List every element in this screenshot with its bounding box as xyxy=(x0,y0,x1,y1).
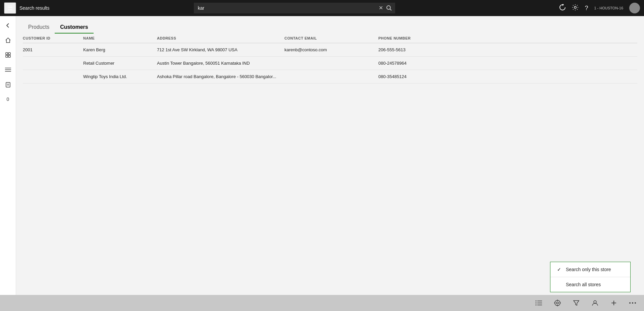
sidebar-item-back[interactable] xyxy=(1,19,15,32)
svg-point-20 xyxy=(556,302,558,304)
svg-point-30 xyxy=(635,302,636,304)
search-input[interactable] xyxy=(194,3,395,13)
search-all-stores-option[interactable]: Search all stores xyxy=(550,277,630,292)
refresh-icon[interactable] xyxy=(559,4,566,12)
person-button[interactable] xyxy=(589,297,601,309)
svg-rect-5 xyxy=(6,55,8,57)
settings-icon[interactable] xyxy=(572,4,579,12)
sidebar: 0 xyxy=(0,16,16,295)
sidebar-item-zero[interactable]: 0 xyxy=(1,92,15,106)
search-go-button[interactable] xyxy=(383,3,395,13)
sidebar-item-products[interactable] xyxy=(1,48,15,62)
bottom-bar xyxy=(0,295,644,311)
hamburger-menu-icon[interactable]: ☰ xyxy=(4,2,16,14)
main-layout: 0 Products Customers CUSTOMER ID NAME AD… xyxy=(0,16,644,295)
avatar xyxy=(629,3,640,13)
top-bar: ☰ Search results ✕ ? 1 - HOUSTON-16 xyxy=(0,0,644,16)
list-view-button[interactable] xyxy=(533,297,545,309)
table-wrapper: CUSTOMER ID NAME ADDRESS CONTACT EMAIL P… xyxy=(16,34,644,295)
svg-point-25 xyxy=(594,301,596,303)
svg-line-1 xyxy=(390,9,391,11)
col-header-address: ADDRESS xyxy=(157,34,284,43)
add-button[interactable] xyxy=(608,297,620,309)
search-clear-button[interactable]: ✕ xyxy=(379,5,383,11)
svg-rect-6 xyxy=(8,55,10,57)
search-only-this-store-option[interactable]: Search only this store xyxy=(550,262,630,277)
svg-point-19 xyxy=(555,300,560,306)
target-button[interactable] xyxy=(551,297,564,309)
page-title: Search results xyxy=(19,5,60,11)
col-header-name: NAME xyxy=(83,34,157,43)
col-header-customer-id: CUSTOMER ID xyxy=(23,34,83,43)
col-header-email: CONTACT EMAIL xyxy=(284,34,378,43)
sidebar-item-menu[interactable] xyxy=(1,63,15,76)
sidebar-item-orders[interactable] xyxy=(1,78,15,91)
svg-point-2 xyxy=(574,6,576,8)
tab-customers[interactable]: Customers xyxy=(55,21,94,34)
content-area: Products Customers CUSTOMER ID NAME ADDR… xyxy=(16,16,644,295)
customers-table: CUSTOMER ID NAME ADDRESS CONTACT EMAIL P… xyxy=(23,34,637,83)
filter-button[interactable] xyxy=(570,297,582,309)
table-row[interactable]: 2001Karen Berg712 1st Ave SW Kirkland, W… xyxy=(23,43,637,57)
tab-products[interactable]: Products xyxy=(23,21,55,34)
more-button[interactable] xyxy=(627,297,639,309)
search-scope-popup: Search only this store Search all stores xyxy=(550,262,631,292)
svg-point-29 xyxy=(632,302,633,304)
svg-rect-4 xyxy=(8,53,10,55)
store-info: 1 - HOUSTON-16 xyxy=(594,6,623,10)
svg-rect-10 xyxy=(6,82,10,87)
svg-point-0 xyxy=(387,6,390,9)
sidebar-item-home[interactable] xyxy=(1,34,15,47)
svg-rect-3 xyxy=(6,53,8,55)
search-box-wrapper: ✕ xyxy=(194,3,395,13)
table-row[interactable]: Wingtip Toys India Ltd.Ashoka Pillar roa… xyxy=(23,70,637,83)
tab-bar: Products Customers xyxy=(16,16,644,34)
col-header-phone: PHONE NUMBER xyxy=(378,34,637,43)
table-header-row: CUSTOMER ID NAME ADDRESS CONTACT EMAIL P… xyxy=(23,34,637,43)
svg-point-28 xyxy=(629,302,631,304)
table-row[interactable]: Retail CustomerAustin Tower Bangalore, 5… xyxy=(23,57,637,70)
top-bar-right: ? 1 - HOUSTON-16 xyxy=(559,3,640,13)
help-icon[interactable]: ? xyxy=(585,5,588,12)
